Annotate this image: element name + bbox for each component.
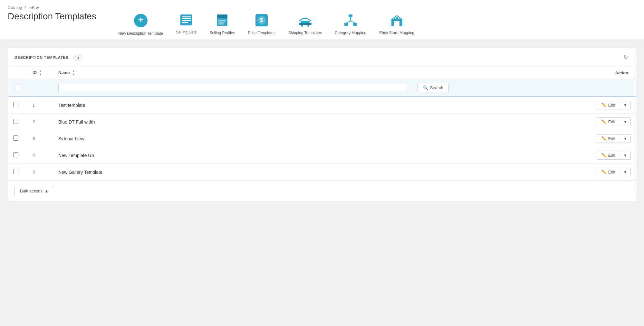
row-4-id: 4 (27, 147, 53, 164)
panel-header: DESCRIPTION TEMPLATES 5 ↻ (8, 48, 636, 67)
row-1-checkbox[interactable] (13, 102, 18, 107)
filter-action-cell: 🔍 Search (412, 79, 636, 97)
col-checkbox (8, 67, 27, 79)
row-5-checkbox-cell (8, 164, 27, 181)
row-5-edit-button[interactable]: ✏️ Edit (597, 168, 620, 176)
breadcrumb-separator: / (24, 5, 26, 10)
name-sort-controls[interactable]: ▼ ▲ (72, 70, 75, 76)
svg-rect-21 (353, 23, 357, 26)
name-sort-desc[interactable]: ▼ (72, 70, 75, 73)
panel-title: DESCRIPTION TEMPLATES (14, 55, 69, 60)
svg-line-24 (351, 21, 355, 23)
table-row: 1 Test template ✏️ Edit ▼ (8, 97, 636, 114)
toolbar-shipping-templates[interactable]: Shipping Templates (282, 11, 329, 39)
header-content: Description Templates + New Description … (8, 11, 636, 40)
panel-count-badge: 5 (73, 54, 82, 61)
svg-line-23 (346, 21, 351, 23)
filter-select-all-checkbox[interactable] (14, 85, 21, 91)
row-1-checkbox-cell (8, 97, 27, 114)
panel-footer: Bulk actions ▲ (8, 181, 636, 201)
row-1-id: 1 (27, 97, 53, 114)
toolbar-ebay-store-mapping[interactable]: Ebay Store Mapping (373, 11, 421, 39)
selling-profiles-icon (216, 14, 228, 29)
breadcrumb-current: eBay (30, 5, 39, 10)
row-1-action: ✏️ Edit ▼ (412, 97, 636, 114)
toolbar-new-description-template-label: New Description Template (118, 31, 163, 36)
price-templates-icon: $ (255, 14, 268, 29)
toolbar-price-templates[interactable]: $ Price Templates (242, 11, 282, 39)
filter-id-cell (27, 79, 53, 97)
name-search-input[interactable] (58, 83, 407, 92)
svg-text:$: $ (260, 17, 263, 23)
row-5-action: ✏️ Edit ▼ (412, 164, 636, 181)
row-5-pencil-icon: ✏️ (601, 170, 607, 174)
row-5-name: New Gallery Template (53, 164, 412, 181)
breadcrumb-catalog[interactable]: Catalog (8, 5, 22, 10)
breadcrumb: Catalog / eBay (8, 5, 636, 10)
svg-rect-16 (299, 23, 312, 25)
table-row: 3 Sidebar biew ✏️ Edit ▼ (8, 130, 636, 147)
search-button[interactable]: 🔍 Search (418, 83, 449, 92)
refresh-button[interactable]: ↻ (622, 52, 630, 62)
svg-point-17 (301, 25, 303, 27)
row-4-edit-button[interactable]: ✏️ Edit (597, 151, 620, 159)
row-5-checkbox[interactable] (13, 169, 18, 174)
bulk-actions-label: Bulk actions (20, 189, 43, 193)
row-3-edit-button[interactable]: ✏️ Edit (597, 135, 620, 143)
toolbar-shipping-templates-label: Shipping Templates (288, 31, 322, 35)
row-5-edit-group: ✏️ Edit ▼ (597, 168, 631, 176)
toolbar-ebay-store-mapping-label: Ebay Store Mapping (379, 31, 414, 35)
row-3-checkbox-cell (8, 130, 27, 147)
row-1-edit-button[interactable]: ✏️ Edit (597, 101, 620, 109)
table-header-row: ID ▼ ▲ Name ▼ ▲ (8, 67, 636, 79)
col-name-label: Name (58, 70, 70, 75)
new-description-template-icon: + (134, 14, 148, 29)
svg-rect-9 (218, 20, 226, 21)
row-1-edit-dropdown[interactable]: ▼ (620, 101, 630, 109)
toolbar-category-mapping-label: Category Mapping (335, 31, 366, 35)
row-2-edit-label: Edit (608, 119, 615, 124)
svg-text:+: + (138, 15, 143, 25)
toolbar-selling-profiles[interactable]: Selling Profiles (203, 11, 241, 39)
bulk-actions-button[interactable]: Bulk actions ▲ (14, 186, 54, 196)
toolbar-selling-profiles-label: Selling Profiles (209, 31, 235, 35)
id-sort-asc[interactable]: ▲ (39, 73, 42, 76)
row-4-action: ✏️ Edit ▼ (412, 147, 636, 164)
ebay-store-mapping-icon (390, 14, 404, 29)
toolbar-price-templates-label: Price Templates (248, 31, 275, 35)
row-2-pencil-icon: ✏️ (601, 119, 607, 124)
table-row: 4 New Template US ✏️ Edit ▼ (8, 147, 636, 164)
filter-checkbox-cell (8, 79, 27, 97)
toolbar-new-description-template[interactable]: + New Description Template (112, 11, 169, 40)
page-title: Description Templates (8, 11, 96, 27)
id-sort-controls[interactable]: ▼ ▲ (39, 70, 42, 76)
row-5-edit-dropdown[interactable]: ▼ (620, 168, 630, 176)
toolbar-category-mapping[interactable]: Category Mapping (328, 11, 373, 39)
row-1-pencil-icon: ✏️ (601, 103, 607, 107)
row-4-pencil-icon: ✏️ (601, 153, 607, 158)
toolbar-selling-lists[interactable]: Selling Lists (169, 11, 203, 38)
main-content: DESCRIPTION TEMPLATES 5 ↻ ID ▼ ▲ (0, 40, 644, 209)
row-3-checkbox[interactable] (13, 135, 18, 141)
row-1-edit-group: ✏️ Edit ▼ (597, 101, 631, 109)
id-sort-desc[interactable]: ▼ (39, 70, 42, 73)
row-4-edit-dropdown[interactable]: ▼ (620, 151, 630, 159)
row-2-id: 2 (27, 114, 53, 130)
search-button-label: Search (430, 85, 443, 90)
row-2-checkbox-cell (8, 114, 27, 130)
row-4-edit-label: Edit (608, 153, 615, 158)
name-sort-asc[interactable]: ▲ (72, 73, 75, 76)
row-1-edit-label: Edit (608, 103, 615, 107)
row-2-edit-dropdown[interactable]: ▼ (620, 118, 630, 126)
table-body: 1 Test template ✏️ Edit ▼ (8, 97, 636, 181)
search-icon: 🔍 (423, 85, 428, 90)
svg-rect-5 (182, 20, 191, 21)
row-3-edit-dropdown[interactable]: ▼ (620, 135, 630, 143)
row-4-checkbox[interactable] (13, 152, 18, 157)
toolbar: + New Description Template Selling Lists… (112, 11, 421, 40)
row-5-edit-label: Edit (608, 170, 615, 174)
panel: DESCRIPTION TEMPLATES 5 ↻ ID ▼ ▲ (8, 48, 636, 201)
svg-rect-19 (349, 14, 352, 17)
row-2-edit-button[interactable]: ✏️ Edit (597, 118, 620, 126)
row-2-checkbox[interactable] (13, 119, 18, 124)
